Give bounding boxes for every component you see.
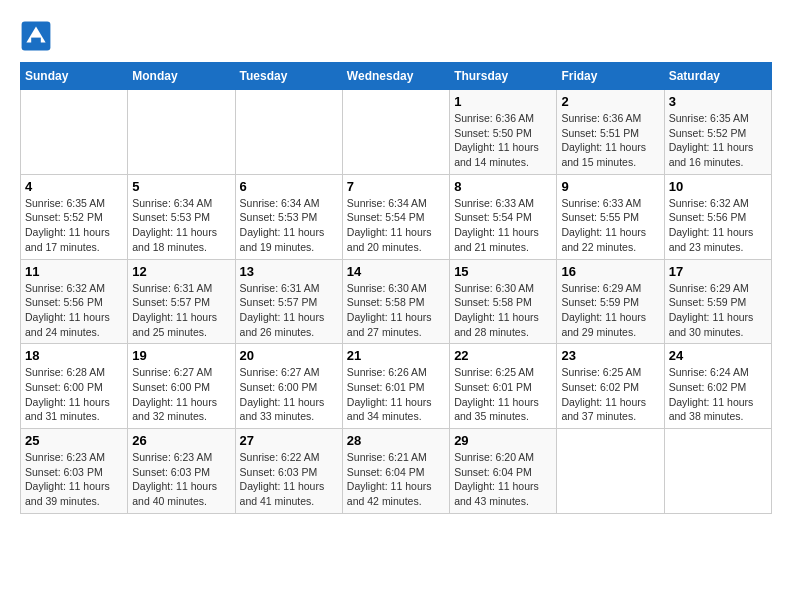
day-info: Sunrise: 6:23 AM Sunset: 6:03 PM Dayligh…: [132, 450, 230, 509]
day-cell: 11Sunrise: 6:32 AM Sunset: 5:56 PM Dayli…: [21, 259, 128, 344]
day-cell: 10Sunrise: 6:32 AM Sunset: 5:56 PM Dayli…: [664, 174, 771, 259]
day-info: Sunrise: 6:22 AM Sunset: 6:03 PM Dayligh…: [240, 450, 338, 509]
day-cell: 1Sunrise: 6:36 AM Sunset: 5:50 PM Daylig…: [450, 90, 557, 175]
day-info: Sunrise: 6:31 AM Sunset: 5:57 PM Dayligh…: [132, 281, 230, 340]
day-cell: 23Sunrise: 6:25 AM Sunset: 6:02 PM Dayli…: [557, 344, 664, 429]
day-info: Sunrise: 6:30 AM Sunset: 5:58 PM Dayligh…: [454, 281, 552, 340]
day-cell: [342, 90, 449, 175]
day-number: 17: [669, 264, 767, 279]
day-number: 22: [454, 348, 552, 363]
day-cell: 3Sunrise: 6:35 AM Sunset: 5:52 PM Daylig…: [664, 90, 771, 175]
day-number: 6: [240, 179, 338, 194]
week-row-1: 1Sunrise: 6:36 AM Sunset: 5:50 PM Daylig…: [21, 90, 772, 175]
day-number: 9: [561, 179, 659, 194]
day-cell: 2Sunrise: 6:36 AM Sunset: 5:51 PM Daylig…: [557, 90, 664, 175]
week-row-5: 25Sunrise: 6:23 AM Sunset: 6:03 PM Dayli…: [21, 429, 772, 514]
day-cell: [235, 90, 342, 175]
week-row-3: 11Sunrise: 6:32 AM Sunset: 5:56 PM Dayli…: [21, 259, 772, 344]
day-number: 7: [347, 179, 445, 194]
day-cell: 8Sunrise: 6:33 AM Sunset: 5:54 PM Daylig…: [450, 174, 557, 259]
day-number: 10: [669, 179, 767, 194]
day-info: Sunrise: 6:30 AM Sunset: 5:58 PM Dayligh…: [347, 281, 445, 340]
day-cell: 14Sunrise: 6:30 AM Sunset: 5:58 PM Dayli…: [342, 259, 449, 344]
day-cell: 4Sunrise: 6:35 AM Sunset: 5:52 PM Daylig…: [21, 174, 128, 259]
day-info: Sunrise: 6:32 AM Sunset: 5:56 PM Dayligh…: [669, 196, 767, 255]
day-cell: 24Sunrise: 6:24 AM Sunset: 6:02 PM Dayli…: [664, 344, 771, 429]
day-cell: 27Sunrise: 6:22 AM Sunset: 6:03 PM Dayli…: [235, 429, 342, 514]
day-number: 14: [347, 264, 445, 279]
svg-rect-2: [31, 38, 41, 44]
day-number: 2: [561, 94, 659, 109]
day-info: Sunrise: 6:35 AM Sunset: 5:52 PM Dayligh…: [669, 111, 767, 170]
header-row: SundayMondayTuesdayWednesdayThursdayFrid…: [21, 63, 772, 90]
day-cell: 9Sunrise: 6:33 AM Sunset: 5:55 PM Daylig…: [557, 174, 664, 259]
day-info: Sunrise: 6:24 AM Sunset: 6:02 PM Dayligh…: [669, 365, 767, 424]
day-info: Sunrise: 6:34 AM Sunset: 5:53 PM Dayligh…: [240, 196, 338, 255]
header-cell-friday: Friday: [557, 63, 664, 90]
day-number: 1: [454, 94, 552, 109]
header-cell-tuesday: Tuesday: [235, 63, 342, 90]
day-cell: 19Sunrise: 6:27 AM Sunset: 6:00 PM Dayli…: [128, 344, 235, 429]
day-cell: [557, 429, 664, 514]
header-cell-monday: Monday: [128, 63, 235, 90]
day-number: 21: [347, 348, 445, 363]
day-cell: 5Sunrise: 6:34 AM Sunset: 5:53 PM Daylig…: [128, 174, 235, 259]
page-header: [20, 20, 772, 52]
day-cell: 20Sunrise: 6:27 AM Sunset: 6:00 PM Dayli…: [235, 344, 342, 429]
day-cell: [21, 90, 128, 175]
day-number: 8: [454, 179, 552, 194]
day-cell: 22Sunrise: 6:25 AM Sunset: 6:01 PM Dayli…: [450, 344, 557, 429]
day-info: Sunrise: 6:36 AM Sunset: 5:51 PM Dayligh…: [561, 111, 659, 170]
header-cell-wednesday: Wednesday: [342, 63, 449, 90]
day-number: 12: [132, 264, 230, 279]
day-cell: 15Sunrise: 6:30 AM Sunset: 5:58 PM Dayli…: [450, 259, 557, 344]
day-number: 3: [669, 94, 767, 109]
header-cell-saturday: Saturday: [664, 63, 771, 90]
day-cell: 25Sunrise: 6:23 AM Sunset: 6:03 PM Dayli…: [21, 429, 128, 514]
day-cell: [128, 90, 235, 175]
day-info: Sunrise: 6:33 AM Sunset: 5:55 PM Dayligh…: [561, 196, 659, 255]
day-number: 23: [561, 348, 659, 363]
day-number: 19: [132, 348, 230, 363]
day-number: 13: [240, 264, 338, 279]
day-info: Sunrise: 6:34 AM Sunset: 5:54 PM Dayligh…: [347, 196, 445, 255]
logo: [20, 20, 58, 52]
day-info: Sunrise: 6:27 AM Sunset: 6:00 PM Dayligh…: [132, 365, 230, 424]
day-info: Sunrise: 6:33 AM Sunset: 5:54 PM Dayligh…: [454, 196, 552, 255]
day-info: Sunrise: 6:35 AM Sunset: 5:52 PM Dayligh…: [25, 196, 123, 255]
day-info: Sunrise: 6:26 AM Sunset: 6:01 PM Dayligh…: [347, 365, 445, 424]
header-cell-sunday: Sunday: [21, 63, 128, 90]
day-cell: [664, 429, 771, 514]
day-info: Sunrise: 6:29 AM Sunset: 5:59 PM Dayligh…: [561, 281, 659, 340]
week-row-4: 18Sunrise: 6:28 AM Sunset: 6:00 PM Dayli…: [21, 344, 772, 429]
day-number: 27: [240, 433, 338, 448]
day-cell: 26Sunrise: 6:23 AM Sunset: 6:03 PM Dayli…: [128, 429, 235, 514]
day-cell: 12Sunrise: 6:31 AM Sunset: 5:57 PM Dayli…: [128, 259, 235, 344]
week-row-2: 4Sunrise: 6:35 AM Sunset: 5:52 PM Daylig…: [21, 174, 772, 259]
day-info: Sunrise: 6:31 AM Sunset: 5:57 PM Dayligh…: [240, 281, 338, 340]
day-number: 11: [25, 264, 123, 279]
day-cell: 21Sunrise: 6:26 AM Sunset: 6:01 PM Dayli…: [342, 344, 449, 429]
day-number: 28: [347, 433, 445, 448]
day-cell: 7Sunrise: 6:34 AM Sunset: 5:54 PM Daylig…: [342, 174, 449, 259]
day-info: Sunrise: 6:25 AM Sunset: 6:02 PM Dayligh…: [561, 365, 659, 424]
calendar-table: SundayMondayTuesdayWednesdayThursdayFrid…: [20, 62, 772, 514]
day-number: 26: [132, 433, 230, 448]
day-number: 24: [669, 348, 767, 363]
day-number: 25: [25, 433, 123, 448]
day-info: Sunrise: 6:32 AM Sunset: 5:56 PM Dayligh…: [25, 281, 123, 340]
day-info: Sunrise: 6:34 AM Sunset: 5:53 PM Dayligh…: [132, 196, 230, 255]
day-info: Sunrise: 6:20 AM Sunset: 6:04 PM Dayligh…: [454, 450, 552, 509]
day-info: Sunrise: 6:23 AM Sunset: 6:03 PM Dayligh…: [25, 450, 123, 509]
day-number: 4: [25, 179, 123, 194]
day-info: Sunrise: 6:29 AM Sunset: 5:59 PM Dayligh…: [669, 281, 767, 340]
day-cell: 13Sunrise: 6:31 AM Sunset: 5:57 PM Dayli…: [235, 259, 342, 344]
day-info: Sunrise: 6:36 AM Sunset: 5:50 PM Dayligh…: [454, 111, 552, 170]
day-cell: 29Sunrise: 6:20 AM Sunset: 6:04 PM Dayli…: [450, 429, 557, 514]
day-cell: 6Sunrise: 6:34 AM Sunset: 5:53 PM Daylig…: [235, 174, 342, 259]
day-number: 29: [454, 433, 552, 448]
day-number: 20: [240, 348, 338, 363]
header-cell-thursday: Thursday: [450, 63, 557, 90]
day-cell: 28Sunrise: 6:21 AM Sunset: 6:04 PM Dayli…: [342, 429, 449, 514]
day-number: 15: [454, 264, 552, 279]
